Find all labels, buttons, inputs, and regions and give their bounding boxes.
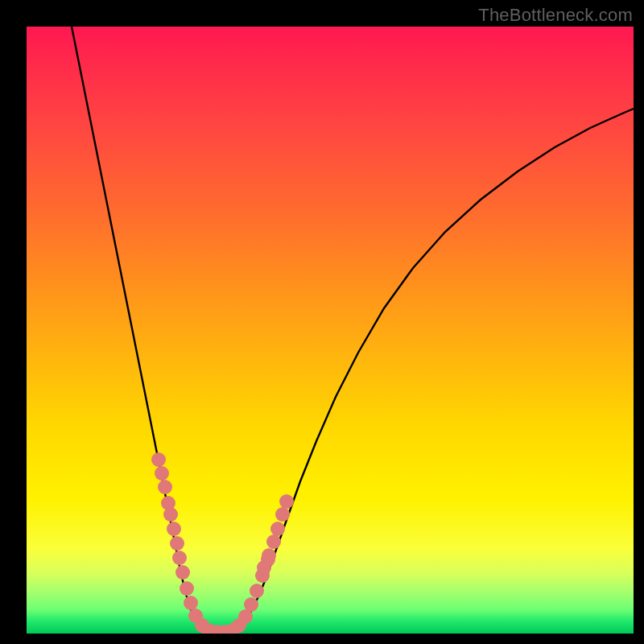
scatter-dot [172,551,187,565]
scatter-dot [163,507,178,522]
scatter-dot [275,507,290,522]
scatter-dot [180,581,194,596]
scatter-dot [151,452,166,467]
scatter-dot [270,522,285,536]
chart-frame: TheBottleneck.com [0,0,644,644]
scatter-dot [266,535,281,549]
scatter-dot [170,536,184,551]
v-curve-svg [27,27,634,634]
scatter-dot [158,480,172,494]
scatter-dot [184,596,198,610]
scatter-dot [244,597,258,612]
scatter-dot [175,565,190,580]
scatter-dots [151,452,294,634]
watermark-text: TheBottleneck.com [478,5,633,26]
scatter-dot [262,548,276,563]
scatter-dot [167,522,181,536]
scatter-dot [155,466,169,481]
scatter-dot [279,494,294,509]
v-curve-path [72,27,634,633]
gradient-plot-area [27,27,634,634]
scatter-dot [250,584,264,598]
